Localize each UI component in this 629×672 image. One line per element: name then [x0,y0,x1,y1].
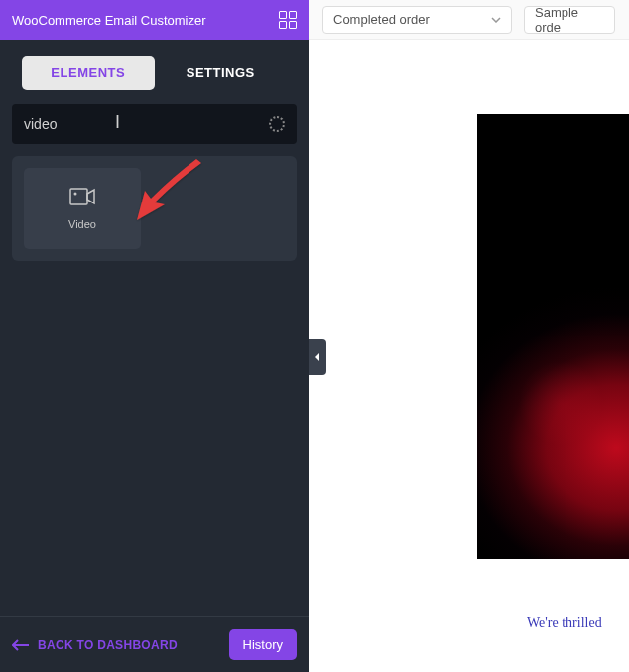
email-preview: T We're thrilled [309,40,629,672]
tab-settings[interactable]: SETTINGS [155,56,288,90]
search-box: I [12,104,297,144]
dropdown-value: Sample orde [535,5,604,35]
order-dropdown[interactable]: Sample orde [524,6,615,34]
chevron-down-icon [491,17,501,23]
svg-point-1 [74,193,77,196]
sidebar-header: WooCommerce Email Customizer [0,0,309,40]
main-preview-area: Completed order Sample orde T We're thri… [309,0,629,672]
loading-spinner-icon [269,116,285,132]
history-button[interactable]: History [229,629,297,660]
sidebar-panel: WooCommerce Email Customizer ELEMENTS SE… [0,0,309,672]
tab-elements[interactable]: ELEMENTS [22,56,155,90]
dropdown-value: Completed order [333,12,430,27]
video-icon [69,187,95,210]
element-label: Video [68,218,96,230]
top-toolbar: Completed order Sample orde [309,0,629,40]
elements-grid: Video [12,156,297,261]
element-video[interactable]: Video [24,168,141,249]
svg-rect-0 [70,189,87,204]
tab-strip: ELEMENTS SETTINGS [0,40,309,104]
preview-hero-image: T [477,114,629,559]
chevron-left-icon [314,352,321,362]
app-title: WooCommerce Email Customizer [12,13,206,28]
preview-body-text: We're thrilled [527,615,602,631]
collapse-sidebar-handle[interactable] [309,339,326,375]
search-input[interactable] [24,116,269,132]
back-to-dashboard-link[interactable]: BACK TO DASHBOARD [12,638,178,652]
back-label: BACK TO DASHBOARD [38,638,178,652]
email-type-dropdown[interactable]: Completed order [322,6,512,34]
grid-icon[interactable] [279,11,297,29]
sidebar-footer: BACK TO DASHBOARD History [0,616,309,672]
arrow-left-icon [12,639,30,651]
